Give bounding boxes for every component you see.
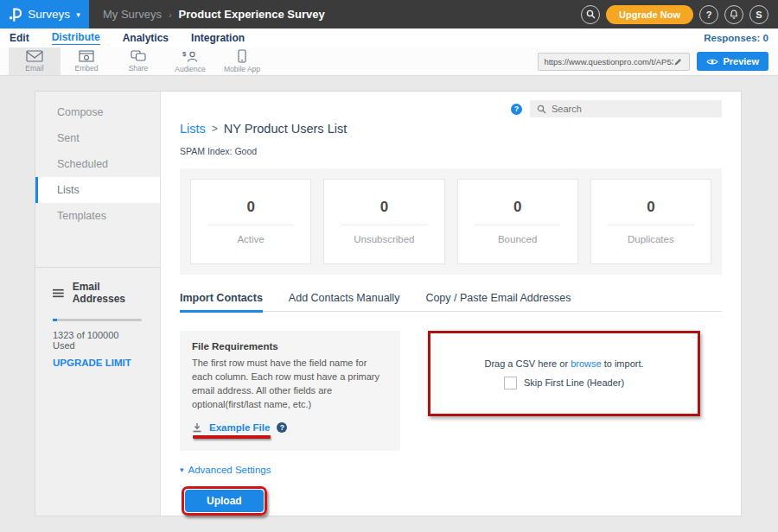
sidebar-item-templates[interactable]: Templates — [35, 203, 160, 229]
channel-email[interactable]: Email — [9, 48, 61, 75]
product-menu-label: Surveys — [28, 8, 70, 21]
preview-button-label: Preview — [723, 56, 759, 66]
example-file-help-icon[interactable]: ? — [277, 422, 287, 433]
example-file-label: Example File — [209, 422, 270, 433]
usage-progress-bar — [53, 319, 142, 321]
stat-label: Unsubscribed — [354, 234, 414, 244]
file-requirements-title: File Requirements — [192, 341, 388, 352]
page-title: Product Experience Survey — [179, 8, 325, 21]
stat-card-unsubscribed[interactable]: 0 Unsubscribed — [323, 179, 444, 264]
breadcrumb-separator: › — [169, 10, 172, 20]
toolbar-right: Preview — [538, 48, 778, 75]
list-name: NY Product Users List — [224, 122, 347, 136]
search-input[interactable] — [552, 104, 707, 114]
list-stats: 0 Active 0 Unsubscribed 0 Bounced 0 — [180, 168, 722, 275]
survey-url-box — [538, 53, 690, 71]
skip-first-line-label: Skip First Line (Header) — [524, 377, 624, 388]
survey-url-input[interactable] — [544, 57, 673, 66]
stat-value: 0 — [513, 199, 521, 216]
stat-label: Active — [237, 234, 264, 244]
search-icon — [537, 104, 546, 114]
channel-mobile-app-label: Mobile App — [224, 65, 260, 73]
stat-value: 0 — [380, 199, 388, 216]
channel-embed[interactable]: Embed — [61, 48, 112, 75]
notifications-button[interactable] — [724, 5, 743, 24]
stat-card-active[interactable]: 0 Active — [190, 179, 311, 264]
advanced-settings-label: Advanced Settings — [188, 465, 271, 475]
responses-count[interactable]: Responses: 0 — [704, 33, 768, 43]
tab-import-contacts[interactable]: Import Contacts — [180, 292, 263, 311]
file-requirements-box: File Requirements The first row must hav… — [180, 331, 400, 451]
sidebar-item-scheduled[interactable]: Scheduled — [35, 151, 160, 177]
search-button[interactable] — [581, 5, 600, 24]
stat-divider — [341, 225, 428, 225]
nav-item-integration[interactable]: Integration — [191, 32, 245, 44]
embed-icon — [79, 50, 94, 62]
sidebar-item-compose[interactable]: Compose — [35, 99, 160, 125]
list-breadcrumb: Lists > NY Product Users List — [180, 122, 722, 136]
skip-first-line-checkbox[interactable] — [504, 377, 517, 390]
stat-card-duplicates[interactable]: 0 Duplicates — [590, 179, 711, 264]
tab-add-contacts-manually[interactable]: Add Contacts Manually — [289, 292, 400, 311]
stat-label: Duplicates — [628, 234, 674, 244]
channel-audience-label: Audience — [175, 65, 205, 73]
advanced-settings-toggle[interactable]: ▾ Advanced Settings — [180, 465, 722, 475]
help-icon[interactable]: ? — [511, 104, 522, 115]
annotation-underline — [193, 435, 271, 439]
example-file-link[interactable]: Example File ? — [192, 422, 388, 433]
edit-url-icon[interactable] — [673, 57, 683, 66]
list-detail-main: ? Lists > NY Product Users List SPAM Ind… — [161, 92, 741, 516]
audience-icon: $ — [182, 50, 199, 63]
sidebar-item-sent[interactable]: Sent — [35, 125, 160, 151]
bell-icon — [729, 10, 739, 20]
nav-item-edit[interactable]: Edit — [10, 32, 29, 44]
list-icon — [53, 288, 64, 298]
distribute-toolbar: Email Embed Share $ — [0, 48, 778, 76]
search-icon — [586, 10, 596, 19]
browse-link[interactable]: browse — [571, 358, 601, 369]
product-menu[interactable]: Surveys ▾ — [0, 0, 89, 28]
caret-down-icon: ▾ — [180, 466, 184, 474]
breadcrumb-lists-link[interactable]: Lists — [180, 122, 206, 136]
upload-button[interactable]: Upload — [185, 490, 264, 512]
stat-card-bounced[interactable]: 0 Bounced — [457, 179, 578, 264]
stat-divider — [207, 225, 294, 225]
sidebar-item-lists[interactable]: Lists — [35, 177, 160, 203]
survey-nav: Edit Distribute Analytics Integration Re… — [0, 28, 778, 48]
file-requirements-body: The first row must have the field name f… — [192, 357, 388, 412]
nav-item-analytics[interactable]: Analytics — [123, 32, 169, 44]
stat-divider — [608, 225, 694, 225]
dropzone-text-after: to import. — [604, 358, 644, 369]
breadcrumb: My Surveys › Product Experience Survey — [103, 8, 325, 21]
skip-first-line-row: Skip First Line (Header) — [504, 377, 624, 390]
preview-button[interactable]: Preview — [697, 52, 768, 71]
spam-index: SPAM Index: Good — [180, 146, 722, 156]
nav-item-distribute[interactable]: Distribute — [52, 31, 100, 45]
stat-label: Bounced — [498, 234, 537, 244]
stat-value: 0 — [246, 199, 254, 216]
usage-text: 1323 of 100000 Used — [53, 330, 143, 351]
search-row: ? — [180, 100, 722, 117]
download-icon — [192, 422, 202, 433]
contacts-tabs: Import Contacts Add Contacts Manually Co… — [180, 292, 722, 312]
channel-share[interactable]: Share — [112, 48, 164, 75]
channel-audience[interactable]: $ Audience — [164, 48, 216, 75]
upgrade-limit-link[interactable]: UPGRADE LIMIT — [53, 358, 143, 368]
tab-copy-paste-email-addresses[interactable]: Copy / Paste Email Addresses — [425, 292, 571, 311]
breadcrumb-my-surveys[interactable]: My Surveys — [103, 8, 162, 21]
channel-mobile-app[interactable]: Mobile App — [216, 48, 268, 75]
questionpro-logo-icon — [9, 7, 22, 22]
csv-dropzone[interactable]: Drag a CSV here or browse to import. Ski… — [428, 331, 700, 416]
help-button[interactable]: ? — [699, 5, 718, 24]
annotation-upload-highlight: Upload — [182, 486, 267, 516]
dropzone-text: Drag a CSV here or browse to import. — [484, 358, 643, 369]
email-addresses-title: Email Addresses — [73, 281, 143, 305]
svg-text:$: $ — [182, 50, 187, 58]
share-icon — [131, 50, 146, 62]
upgrade-now-button[interactable]: Upgrade Now — [606, 5, 693, 24]
content-panel: Compose Sent Scheduled Lists Templates E… — [35, 91, 742, 516]
dropzone-text-before: Drag a CSV here or — [484, 358, 568, 369]
stat-divider — [475, 225, 561, 225]
avatar[interactable]: S — [749, 5, 768, 24]
channel-email-label: Email — [25, 64, 43, 73]
